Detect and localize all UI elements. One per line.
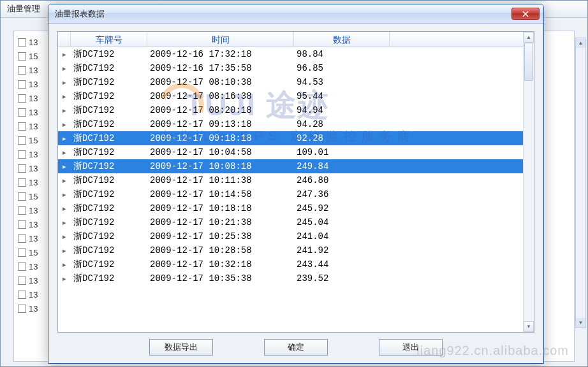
checkbox[interactable] <box>18 136 26 145</box>
table-row[interactable]: ▸浙DC71922009-12-17 10:04:58109.01 <box>58 145 523 159</box>
checkbox[interactable] <box>18 94 26 103</box>
expand-icon[interactable]: ▸ <box>58 61 71 75</box>
expand-icon[interactable]: ▸ <box>58 103 71 117</box>
expand-icon[interactable]: ▸ <box>58 229 71 243</box>
checkbox[interactable] <box>18 108 26 117</box>
cell-time: 2009-12-17 08:16:38 <box>147 89 294 103</box>
table-row[interactable]: ▸浙DC71922009-12-17 10:35:38239.52 <box>58 271 523 285</box>
expand-icon[interactable]: ▸ <box>58 159 71 173</box>
cell-time: 2009-12-16 17:35:58 <box>147 61 294 75</box>
checkbox[interactable] <box>18 38 26 47</box>
cell-data: 247.36 <box>294 187 390 201</box>
grid-scrollbar[interactable]: ▲ ▼ <box>523 32 534 332</box>
checkbox[interactable] <box>18 206 26 215</box>
background-item-label: 13 <box>29 304 38 313</box>
cell-time: 2009-12-17 09:18:18 <box>147 131 294 145</box>
expand-icon[interactable]: ▸ <box>58 75 71 89</box>
scroll-down-icon[interactable]: ▼ <box>524 321 534 332</box>
cell-data: 245.92 <box>294 201 390 215</box>
table-row[interactable]: ▸浙DC71922009-12-17 10:11:38246.80 <box>58 173 523 187</box>
cell-data: 98.84 <box>294 47 390 61</box>
cell-plate: 浙DC7192 <box>71 131 147 145</box>
cell-data: 96.85 <box>294 61 390 75</box>
expand-icon[interactable]: ▸ <box>58 131 71 145</box>
table-row[interactable]: ▸浙DC71922009-12-17 10:28:58241.92 <box>58 243 523 257</box>
table-row[interactable]: ▸浙DC71922009-12-17 10:25:38241.04 <box>58 229 523 243</box>
table-row[interactable]: ▸浙DC71922009-12-17 10:14:58247.36 <box>58 187 523 201</box>
cell-plate: 浙DC7192 <box>71 117 147 131</box>
checkbox[interactable] <box>18 52 26 61</box>
grid-header: 车牌号 时间 数据 <box>58 32 523 47</box>
background-item-label: 15 <box>29 52 38 61</box>
expand-icon[interactable]: ▸ <box>58 271 71 285</box>
dialog-title: 油量报表数据 <box>55 8 511 20</box>
scroll-up-icon[interactable]: ▲ <box>576 38 585 48</box>
cell-data: 92.28 <box>294 131 390 145</box>
cell-data: 239.52 <box>294 271 390 285</box>
checkbox[interactable] <box>18 234 26 243</box>
background-item-label: 13 <box>29 206 38 215</box>
expand-icon[interactable]: ▸ <box>58 117 71 131</box>
scroll-up-icon[interactable]: ▲ <box>524 32 534 43</box>
table-row[interactable]: ▸浙DC71922009-12-16 17:32:1898.84 <box>58 47 523 61</box>
cell-plate: 浙DC7192 <box>71 215 147 229</box>
table-row[interactable]: ▸浙DC71922009-12-17 08:20:1894.94 <box>58 103 523 117</box>
scroll-down-icon[interactable]: ▼ <box>576 318 585 327</box>
cell-time: 2009-12-17 10:21:38 <box>147 215 294 229</box>
export-button[interactable]: 数据导出 <box>149 339 213 356</box>
table-row[interactable]: ▸浙DC71922009-12-17 10:08:18249.84 <box>58 159 523 173</box>
close-icon <box>522 11 529 17</box>
close-button[interactable] <box>511 8 540 20</box>
column-plate[interactable]: 车牌号 <box>71 32 147 47</box>
exit-button[interactable]: 退出 <box>379 339 443 356</box>
background-item-label: 13 <box>29 38 38 47</box>
expand-icon[interactable]: ▸ <box>58 201 71 215</box>
checkbox[interactable] <box>18 164 26 173</box>
expand-icon[interactable]: ▸ <box>58 173 71 187</box>
expand-icon[interactable]: ▸ <box>58 47 71 61</box>
checkbox[interactable] <box>18 291 26 299</box>
expand-icon[interactable]: ▸ <box>58 187 71 201</box>
background-item-label: 13 <box>29 108 38 117</box>
cell-data: 94.94 <box>294 103 390 117</box>
table-row[interactable]: ▸浙DC71922009-12-17 08:16:3895.44 <box>58 89 523 103</box>
table-row[interactable]: ▸浙DC71922009-12-17 08:10:3894.53 <box>58 75 523 89</box>
cell-data: 241.92 <box>294 243 390 257</box>
background-item-label: 13 <box>29 150 38 159</box>
expand-icon[interactable]: ▸ <box>58 215 71 229</box>
table-row[interactable]: ▸浙DC71922009-12-17 10:32:18243.44 <box>58 257 523 271</box>
checkbox[interactable] <box>18 80 26 89</box>
column-time[interactable]: 时间 <box>147 32 294 47</box>
scroll-thumb[interactable] <box>524 43 533 81</box>
ok-button[interactable]: 确定 <box>264 339 328 356</box>
checkbox[interactable] <box>18 192 26 201</box>
table-row[interactable]: ▸浙DC71922009-12-17 09:13:1894.28 <box>58 117 523 131</box>
checkbox[interactable] <box>18 305 26 313</box>
cell-data: 109.01 <box>294 145 390 159</box>
outer-scrollbar[interactable]: ▲ ▼ <box>575 38 586 328</box>
expand-icon[interactable]: ▸ <box>58 145 71 159</box>
table-row[interactable]: ▸浙DC71922009-12-16 17:35:5896.85 <box>58 61 523 75</box>
cell-data: 94.28 <box>294 117 390 131</box>
expand-icon[interactable]: ▸ <box>58 89 71 103</box>
expand-icon[interactable]: ▸ <box>58 257 71 271</box>
dialog-titlebar[interactable]: 油量报表数据 <box>48 4 543 24</box>
table-row[interactable]: ▸浙DC71922009-12-17 10:18:18245.92 <box>58 201 523 215</box>
checkbox[interactable] <box>18 277 26 285</box>
checkbox[interactable] <box>18 122 26 131</box>
checkbox[interactable] <box>18 248 26 257</box>
cell-data: 241.04 <box>294 229 390 243</box>
checkbox[interactable] <box>18 150 26 159</box>
checkbox[interactable] <box>18 263 26 271</box>
checkbox[interactable] <box>18 220 26 229</box>
cell-plate: 浙DC7192 <box>71 271 147 285</box>
cell-time: 2009-12-17 10:11:38 <box>147 173 294 187</box>
scroll-track[interactable] <box>524 43 534 321</box>
report-dialog: 油量报表数据 车牌号 时间 数据 ▸浙DC71922009-12-16 17:3… <box>48 4 544 364</box>
table-row[interactable]: ▸浙DC71922009-12-17 09:18:1892.28 <box>58 131 523 145</box>
column-data[interactable]: 数据 <box>294 32 390 47</box>
checkbox[interactable] <box>18 66 26 75</box>
expand-icon[interactable]: ▸ <box>58 243 71 257</box>
table-row[interactable]: ▸浙DC71922009-12-17 10:21:38245.04 <box>58 215 523 229</box>
checkbox[interactable] <box>18 178 26 187</box>
